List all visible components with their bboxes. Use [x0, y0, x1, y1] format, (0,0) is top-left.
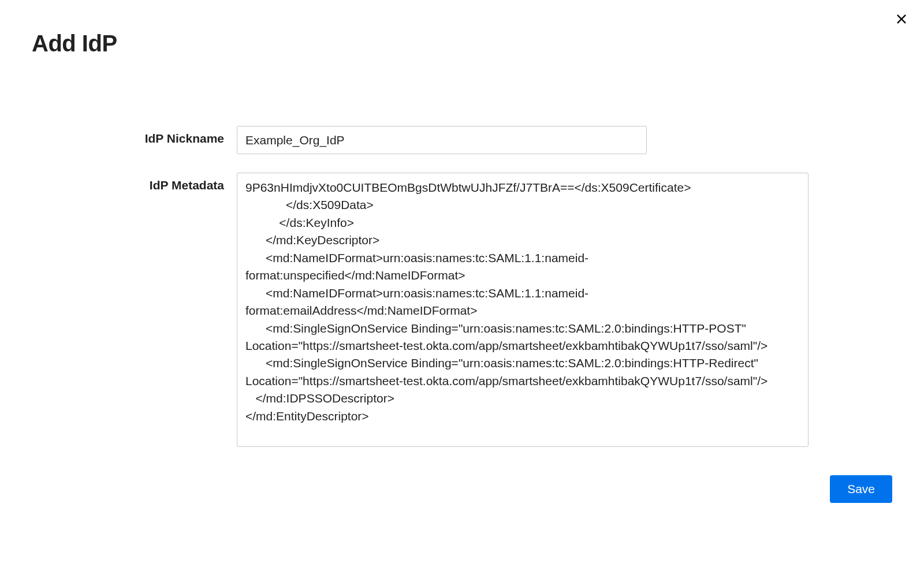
nickname-row: IdP Nickname: [32, 126, 892, 154]
page-title: Add IdP: [32, 31, 892, 57]
idp-metadata-textarea[interactable]: [237, 173, 808, 447]
metadata-label: IdP Metadata: [32, 173, 237, 192]
save-button[interactable]: Save: [830, 475, 892, 503]
footer: Save: [830, 475, 892, 503]
close-button[interactable]: [893, 12, 910, 28]
idp-nickname-input[interactable]: [237, 126, 647, 154]
close-icon: [895, 13, 908, 27]
metadata-row: IdP Metadata: [32, 173, 892, 449]
nickname-label: IdP Nickname: [32, 126, 237, 146]
